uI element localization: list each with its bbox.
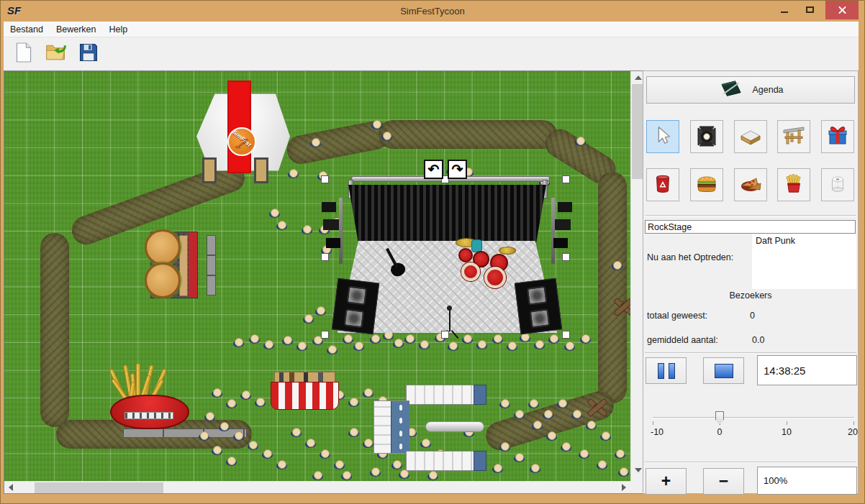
toilet-block-top[interactable] [406,385,486,405]
visitor [212,388,222,398]
horizontal-scroll-thumb[interactable] [35,482,163,493]
rotate-left-icon: ↶ [428,162,440,177]
visitor [612,261,622,270]
visitor [255,398,266,407]
slider-tick [653,421,653,425]
map-viewport[interactable]: SimFest Tycoon [4,71,630,481]
minimize-icon [781,12,788,13]
visitor [269,209,280,218]
new-file-button[interactable] [11,40,37,68]
selection-handle[interactable] [562,253,570,261]
visitor [363,388,373,398]
stop-icon [715,364,733,378]
selection-handle[interactable] [321,331,329,339]
visitor [262,449,273,459]
tool-path-button[interactable] [734,120,767,153]
queue-bench[interactable] [207,235,216,295]
visitor [575,137,586,146]
maximize-button[interactable] [799,1,822,19]
rotate-left-button[interactable]: ↶ [424,160,443,179]
minimize-button[interactable] [773,1,796,19]
scroll-left-icon[interactable] [9,484,13,491]
visitor [303,314,314,324]
zoom-in-button[interactable]: + [646,468,687,495]
tool-trash-button[interactable] [646,168,679,201]
stage-object[interactable] [325,178,569,336]
zoom-level-display[interactable]: 100% [757,467,857,495]
vertical-scroll-thumb[interactable] [632,84,643,179]
fries-stand[interactable] [109,357,191,431]
scroll-down-icon[interactable] [635,468,642,472]
visitor [530,464,540,473]
visitor [276,221,287,230]
visitor [212,446,222,455]
agenda-button[interactable]: Agenda [646,76,855,104]
visitor [263,340,274,349]
rotate-right-button[interactable]: ↷ [448,160,467,179]
tool-burger-button[interactable] [690,168,723,201]
visitor [233,431,244,441]
menu-help[interactable]: Help [102,24,134,35]
pause-button[interactable] [646,357,687,384]
visitor [310,138,321,147]
scroll-right-icon[interactable] [622,484,626,491]
tool-gift-button[interactable] [821,120,854,153]
speed-slider[interactable]: -1001020 [651,409,856,444]
visitor [580,334,591,344]
average-visitors-value: 0.0 [752,335,764,345]
tool-toilet-roll-button[interactable] [821,168,854,201]
selection-handle[interactable] [321,253,329,261]
visitor [534,340,545,349]
stop-button[interactable] [703,357,744,384]
tool-pizza-button[interactable] [734,168,767,201]
slider-thumb[interactable] [715,411,724,425]
visitor [219,422,230,431]
stand-awning [271,382,339,410]
tool-select-button[interactable] [646,120,679,153]
scroll-up-icon[interactable] [635,75,642,80]
visitor [248,441,258,450]
zoom-out-button[interactable]: − [703,468,744,495]
stage-name-input[interactable] [645,220,856,234]
menu-bestand[interactable]: Bestand [4,24,50,35]
total-visitors-value: 0 [750,311,755,321]
rotate-right-icon: ↷ [452,162,463,177]
vertical-scrollbar[interactable] [630,71,643,481]
slider-tick-label: 10 [782,427,792,437]
burger-prop [145,229,181,265]
open-file-icon [45,42,67,66]
selection-handle[interactable] [562,331,570,339]
tool-fries-button[interactable] [777,168,810,201]
visitor [226,457,237,466]
visitor [199,431,209,441]
visitor [476,340,487,349]
pause-icon [658,363,664,379]
selection-handle[interactable] [441,331,449,339]
visitor [381,132,392,141]
menu-bewerken[interactable]: Bewerken [50,24,103,35]
turnstile-left [202,157,217,183]
selection-handle[interactable] [321,175,329,183]
striped-stand[interactable] [271,372,339,410]
save-file-button[interactable] [76,40,101,68]
visitor [514,410,525,419]
stage-icon [782,124,805,150]
toilet-block-left[interactable] [373,400,409,454]
visitor [249,334,260,344]
close-button[interactable] [825,1,859,19]
stage-curtain [348,185,546,242]
open-file-button[interactable] [43,40,69,68]
visitor [507,342,517,351]
slider-track[interactable] [653,417,854,418]
visitor [327,345,338,354]
horizontal-scrollbar[interactable] [4,481,630,493]
selection-handle[interactable] [562,175,570,183]
tool-spotlight-button[interactable] [690,120,723,153]
toolbar [4,37,859,70]
toilet-block-bottom[interactable] [406,451,486,471]
urinal-trough [425,421,484,432]
visitor [370,467,381,477]
visitor [291,428,302,437]
burger-icon [695,172,718,198]
tool-stage-button[interactable] [777,120,810,153]
